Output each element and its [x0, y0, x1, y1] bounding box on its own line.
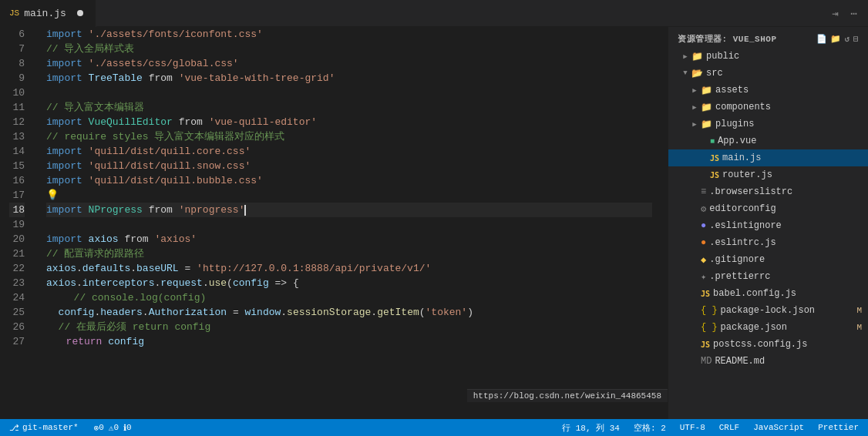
tab-actions: ⇥ ⋯ — [829, 5, 868, 22]
folder-icon: 📁 — [701, 85, 712, 96]
error-count-item[interactable]: ⊗ 0 ⚠ 0 ℹ 0 — [91, 419, 135, 436]
sidebar-item-app-vue[interactable]: ■ App.vue — [668, 132, 868, 149]
sidebar-actions: 📄 📁 ↺ ⊟ — [816, 34, 859, 44]
more-actions-button[interactable]: ⋯ — [848, 5, 860, 22]
tree-item-label: plugins — [715, 119, 754, 129]
new-folder-icon[interactable]: 📁 — [830, 34, 842, 44]
encoding-item[interactable]: UTF-8 — [677, 419, 708, 436]
tree-item-label: .prettierrc — [709, 271, 770, 282]
spacer — [690, 323, 699, 332]
error-icon: ⊗ — [94, 423, 99, 433]
sidebar-item-eslintignore[interactable]: ● .eslintignore — [668, 217, 868, 234]
code-line-19 — [46, 217, 652, 232]
code-line-15: import 'quill/dist/quill.snow.css' — [46, 159, 652, 173]
line-endings-item[interactable]: CRLF — [716, 419, 742, 436]
code-line-17: 💡 — [46, 188, 652, 203]
sidebar-item-prettierrc[interactable]: ✦ .prettierrc — [668, 268, 868, 285]
js-file-icon: JS — [701, 340, 710, 349]
chevron-right-icon — [690, 86, 699, 95]
git-icon: ⎇ — [9, 423, 19, 433]
tab-bar: JS main.js ⇥ ⋯ — [0, 0, 868, 27]
tree-item-label: package.json — [721, 322, 787, 333]
code-line-27: return config — [46, 334, 652, 349]
tree-item-label: assets — [715, 85, 749, 96]
editor[interactable]: 6 7 8 9 10 11 12 13 14 15 16 17 18 19 20… — [0, 27, 668, 419]
chevron-right-icon — [690, 102, 699, 112]
vue-file-icon: ■ — [710, 137, 715, 146]
js-file-icon: JS — [701, 290, 710, 298]
code-line-26: // 在最后必须 return config — [46, 320, 652, 334]
sidebar-item-postcss[interactable]: JS postcss.config.js — [668, 336, 868, 353]
git-branch-item[interactable]: ⎇ git-master* — [6, 419, 82, 436]
sidebar-item-main-js[interactable]: JS main.js — [668, 149, 868, 166]
url-tooltip: https://blog.csdn.net/weixin_44865458 — [467, 389, 668, 402]
sidebar-item-package-lock[interactable]: { } package-lock.json M — [668, 302, 868, 319]
sidebar-item-plugins[interactable]: 📁 plugins — [668, 116, 868, 132]
language-item[interactable]: JavaScript — [750, 419, 807, 436]
modified-badge: M — [856, 306, 868, 315]
tab-main-js[interactable]: JS main.js — [0, 0, 96, 27]
tree-item-label: package-lock.json — [721, 305, 815, 316]
code-line-6: import './assets/fonts/iconfont.css' — [46, 27, 652, 42]
tree-item-label: main.js — [722, 153, 761, 163]
spacer — [690, 187, 699, 196]
tree-item-label: .browserslistrc — [709, 186, 792, 197]
modified-dot — [77, 10, 83, 16]
code-line-21: // 配置请求的跟路径 — [46, 247, 652, 261]
spacer — [690, 204, 699, 213]
spacer — [690, 255, 699, 264]
code-line-22: axios.defaults.baseURL = 'http://127.0.0… — [46, 261, 652, 276]
sidebar-item-router-js[interactable]: JS router.js — [668, 166, 868, 183]
chevron-right-icon — [690, 119, 699, 129]
sidebar-item-browserslistrc[interactable]: ≡ .browserslistrc — [668, 183, 868, 200]
code-lines: import './assets/fonts/iconfont.css' // … — [31, 27, 668, 419]
code-line-14: import 'quill/dist/quill.core.css' — [46, 144, 652, 159]
refresh-icon[interactable]: ↺ — [845, 34, 850, 44]
editor-content: 6 7 8 9 10 11 12 13 14 15 16 17 18 19 20… — [0, 27, 668, 419]
code-line-20: import axios from 'axios' — [46, 232, 652, 247]
prettier-file-icon: ✦ — [701, 271, 706, 283]
sidebar-item-editorconfig[interactable]: ⚙ editorconfig — [668, 200, 868, 217]
spacer — [690, 221, 699, 230]
code-line-25: config.headers.Authorization = window.se… — [46, 305, 652, 320]
collapse-icon[interactable]: ⊟ — [853, 34, 859, 44]
sidebar-item-components[interactable]: 📁 components — [668, 99, 868, 116]
spacer — [699, 170, 708, 179]
main-area: 6 7 8 9 10 11 12 13 14 15 16 17 18 19 20… — [0, 27, 868, 419]
spaces-item[interactable]: 空格: 2 — [631, 419, 669, 436]
new-file-icon[interactable]: 📄 — [816, 34, 828, 44]
split-editor-button[interactable]: ⇥ — [829, 5, 841, 22]
sidebar-item-readme[interactable]: MD README.md — [668, 353, 868, 370]
sidebar-item-package-json[interactable]: { } package.json M — [668, 319, 868, 336]
code-line-8: import './assets/css/global.css' — [46, 56, 652, 71]
code-line-16: import 'quill/dist/quill.bubble.css' — [46, 173, 652, 188]
sidebar-item-assets[interactable]: 📁 assets — [668, 82, 868, 99]
tab-label: main.js — [24, 8, 66, 19]
folder-icon: 📁 — [701, 119, 712, 130]
spacer — [690, 272, 699, 281]
sidebar-item-babel[interactable]: JS babel.config.js — [668, 285, 868, 302]
sidebar-item-gitignore[interactable]: ◆ .gitignore — [668, 251, 868, 268]
code-line-24: // console.log(config) — [46, 290, 652, 305]
formatter-item[interactable]: Prettier — [815, 419, 862, 436]
tree-item-label: .eslintignore — [709, 220, 782, 231]
chevron-down-icon — [681, 69, 690, 78]
sidebar-item-public[interactable]: 📁 public — [668, 48, 868, 65]
status-bar: ⎇ git-master* ⊗ 0 ⚠ 0 ℹ 0 行 18, 列 34 空格:… — [0, 419, 868, 436]
tree-item-label: src — [706, 68, 723, 79]
tree-item-label: App.vue — [718, 136, 756, 146]
sidebar-item-eslintrc[interactable]: ● .eslintrc.js — [668, 234, 868, 251]
tree-item-label: babel.config.js — [713, 288, 796, 299]
line-col-item[interactable]: 行 18, 列 34 — [559, 419, 623, 436]
chevron-right-icon — [681, 52, 690, 61]
git-file-icon: ◆ — [701, 254, 706, 266]
sidebar-item-src[interactable]: 📂 src — [668, 65, 868, 82]
sidebar: 资源管理器: VUE_SHOP 📄 📁 ↺ ⊟ 📁 public 📂 src — [668, 27, 868, 419]
tree-item-label: public — [706, 51, 739, 62]
folder-icon: 📁 — [691, 51, 703, 62]
tab-close-button[interactable] — [74, 7, 86, 19]
tree-item-label: .eslintrc.js — [709, 237, 775, 248]
text-file-icon: ≡ — [701, 186, 706, 197]
status-left: ⎇ git-master* ⊗ 0 ⚠ 0 ℹ 0 — [6, 419, 135, 436]
config-file-icon: ⚙ — [701, 203, 706, 215]
